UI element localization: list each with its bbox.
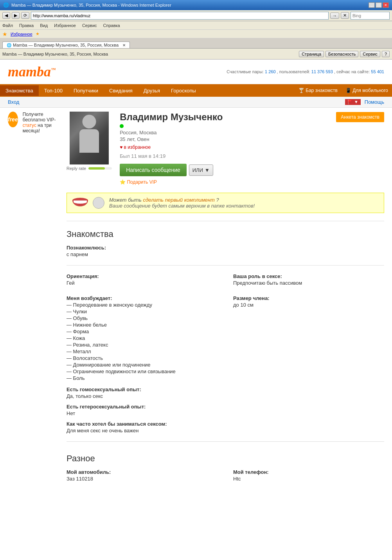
- menu-edit[interactable]: Правка: [19, 23, 34, 28]
- menu-help[interactable]: Справка: [103, 23, 120, 28]
- browser-title: Mamba — Владимир Музыченко, 35, Россия, …: [11, 3, 366, 7]
- action-buttons: Написать сообщение ИЛИ ▼: [120, 164, 384, 176]
- forward-button[interactable]: ▶: [12, 12, 20, 19]
- profile-location: Россия, Москва: [120, 130, 384, 135]
- menu-tools[interactable]: Сервис: [82, 23, 97, 28]
- excites-item-2: — Обувь: [67, 315, 218, 321]
- tab-title-area: Mamba — Владимир Музыченко, 35, Россия, …: [0, 49, 392, 60]
- lips-shape: [72, 198, 88, 206]
- address-input[interactable]: [31, 12, 329, 20]
- promo-text: Получите бесплатно VIP-статус на три мес…: [23, 112, 59, 134]
- tab-bar: 🌐 Mamba — Владимир Музыченко, 35, Россия…: [0, 38, 392, 49]
- search-input[interactable]: [351, 12, 390, 20]
- stop-button[interactable]: ✕: [341, 12, 349, 19]
- favorites-link[interactable]: Избранное: [11, 32, 32, 36]
- write-message-button[interactable]: Написать сообщение: [120, 164, 187, 176]
- poznakomlus-value: с парнем: [67, 251, 384, 257]
- sub-bar: Вход 🚩 ▼ Помощь: [0, 97, 392, 108]
- promo-box: free Получите бесплатно VIP-статус на тр…: [8, 112, 59, 134]
- compliment-text: Может быть сделать первый комплимент ? В…: [109, 197, 378, 209]
- reply-rate-label: Reply rate: [67, 166, 86, 171]
- excites-list: — Переодевание в женскую одежду — Чулки …: [67, 302, 218, 381]
- vip-star-icon: ⭐: [120, 179, 126, 185]
- orientation-value: Гей: [67, 280, 218, 286]
- poznakomlus-label: Познакомлюсь:: [67, 245, 384, 251]
- size-value: до 10 см: [233, 302, 384, 308]
- excites-item-5: — Кожа: [67, 335, 218, 341]
- close-button[interactable]: ✕: [383, 2, 389, 8]
- question-tool-btn[interactable]: ?: [382, 51, 390, 57]
- nav-poputchiki[interactable]: Попутчики: [68, 85, 104, 96]
- anketa-button[interactable]: Анкета знакомств: [336, 112, 384, 122]
- excites-item-8: — Волосатость: [67, 355, 218, 361]
- excites-item-7: — Металл: [67, 349, 218, 354]
- sex-freq-value: Для меня секс не очень важен: [67, 428, 384, 434]
- heart-icon: ♥: [120, 145, 122, 150]
- phone-value: Htc: [233, 476, 384, 482]
- go-button[interactable]: →: [330, 13, 339, 19]
- znakомstva-section: Знакомства Познакомлюсь: с парнем: [67, 229, 384, 257]
- nav-druzya[interactable]: Друзья: [138, 85, 165, 96]
- orientation-label: Ориентация:: [67, 273, 218, 279]
- browser-controls[interactable]: _ □ ✕: [369, 2, 389, 8]
- content-area: free Получите бесплатно VIP-статус на тр…: [0, 108, 392, 495]
- menu-view[interactable]: Вид: [40, 23, 48, 28]
- help-link[interactable]: Помощь: [365, 99, 384, 105]
- profile-age: 35 лет, Овен: [120, 136, 384, 142]
- excites-item-0: — Переодевание в женскую одежду: [67, 302, 218, 308]
- address-bar: ◀ ▶ ⟳ → ✕: [0, 10, 392, 21]
- header-stats: Счастливые пары: 1 260 , пользователей: …: [227, 69, 384, 74]
- service-tool-btn[interactable]: Сервис: [360, 51, 380, 57]
- raznoe-title: Разное: [67, 453, 384, 464]
- vip-gift-link[interactable]: Подарить VIP: [127, 179, 157, 185]
- phone-label: Мой телефон:: [233, 469, 384, 475]
- nav-top100[interactable]: Топ-100: [39, 85, 68, 96]
- divider-2: [67, 265, 384, 266]
- maximize-button[interactable]: □: [376, 2, 382, 8]
- users-count-link[interactable]: 11 376 593: [311, 69, 333, 74]
- nav-svidaniya[interactable]: Свидания: [104, 85, 138, 96]
- nav-goroskopy[interactable]: Гороскопы: [165, 85, 201, 96]
- active-tab[interactable]: 🌐 Mamba — Владимир Музыченко, 35, Россия…: [2, 42, 130, 48]
- left-col-1: Ориентация: Гей: [67, 273, 218, 291]
- tab-label: Mamba — Владимир Музыченко, 35, Россия, …: [13, 43, 119, 47]
- gay-exp-value: Да, только секс: [67, 393, 384, 399]
- excites-item-11: — Боль: [67, 375, 218, 381]
- security-tool-btn[interactable]: Безопасность: [325, 51, 358, 57]
- online-count-link[interactable]: 55 401: [371, 69, 384, 74]
- menu-favorites[interactable]: Избранное: [54, 23, 76, 28]
- flag-button[interactable]: 🚩 ▼: [345, 99, 361, 105]
- tab-icon: 🌐: [7, 43, 11, 47]
- or-dropdown[interactable]: ИЛИ ▼: [189, 164, 213, 176]
- minimize-button[interactable]: _: [369, 2, 375, 8]
- vip-promo-link[interactable]: статус: [23, 123, 36, 128]
- divider-3: [67, 441, 384, 442]
- reply-rate-row: Reply rate: [67, 166, 112, 171]
- car-label: Мой автомобиль:: [67, 469, 218, 475]
- nav-mobile[interactable]: 📱 Для мобильного: [342, 85, 392, 96]
- back-button[interactable]: ◀: [2, 12, 10, 19]
- compliment-box: Может быть сделать первый комплимент ? В…: [67, 193, 384, 213]
- excites-item-3: — Нижнее белье: [67, 322, 218, 328]
- compliment-link[interactable]: сделать первый комплимент: [143, 197, 214, 203]
- nav-bar[interactable]: 🍸 Бар знакомств: [295, 85, 342, 96]
- free-badge: free: [8, 112, 18, 127]
- size-col: Размер члена: до 10 см: [233, 295, 384, 382]
- raznoe-section: Разное Мой автомобиль: Заз 110218 Мой те…: [67, 450, 384, 486]
- excites-item-10: — Ограничение подвижности или связывание: [67, 369, 218, 374]
- main-nav: Знакомства Топ-100 Попутчики Свидания Др…: [0, 84, 392, 97]
- gay-exp-label: Есть гомосексуальный опыт:: [67, 387, 384, 392]
- reply-bar-fill: [88, 167, 105, 170]
- page-tool-btn[interactable]: Страница: [299, 51, 324, 57]
- menu-file[interactable]: Файл: [2, 23, 13, 28]
- sub-bar-right: 🚩 ▼ Помощь: [345, 99, 384, 105]
- role-label: Ваша роль в сексе:: [233, 273, 384, 279]
- refresh-button[interactable]: ⟳: [21, 12, 29, 19]
- nav-znakомства[interactable]: Знакомства: [0, 85, 39, 96]
- fav-button[interactable]: ♥ в избранное: [120, 145, 384, 150]
- lips-icon: [72, 198, 88, 209]
- login-link[interactable]: Вход: [8, 99, 19, 105]
- pairs-count-link[interactable]: 1 260: [265, 69, 276, 74]
- site-wrapper: mamba™ Счастливые пары: 1 260 , пользова…: [0, 60, 392, 529]
- tab-close-icon[interactable]: ✕: [122, 43, 126, 47]
